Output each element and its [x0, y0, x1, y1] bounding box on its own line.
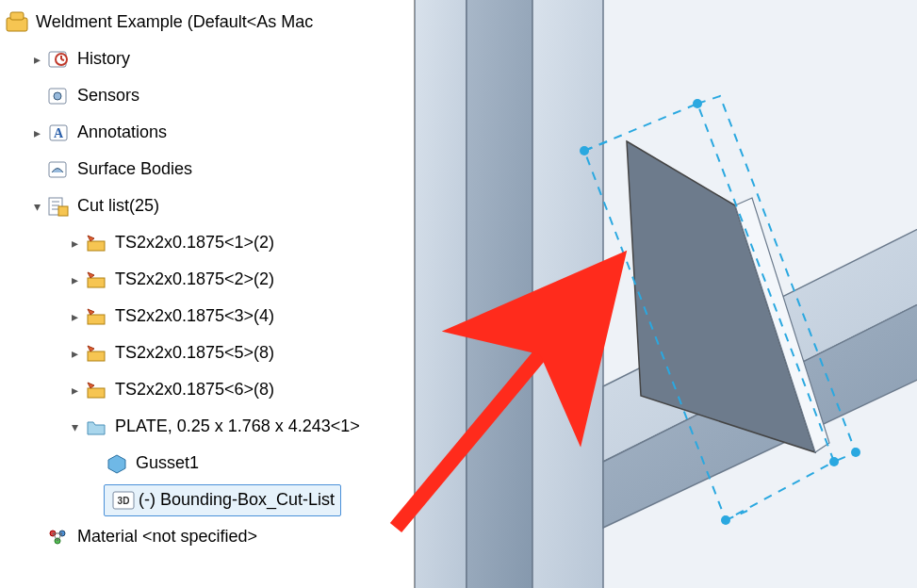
svg-rect-29	[88, 241, 105, 251]
svg-point-11	[721, 515, 730, 525]
svg-rect-33	[88, 388, 105, 398]
expand-icon[interactable]: ▸	[66, 309, 83, 324]
cutlist-item[interactable]: ▸ TS2x2x0.1875<2>(2)	[0, 261, 414, 298]
cutlist-item[interactable]: ▸ TS2x2x0.1875<5>(8)	[0, 335, 414, 371]
svg-rect-31	[88, 315, 105, 324]
surface-bodies-icon	[45, 156, 72, 183]
feature-tree-panel: Weldment Example (Default<As Mac ▸ Histo…	[0, 0, 415, 588]
cut-list-node[interactable]: ▾ Cut list(25)	[0, 188, 414, 224]
item-label: TS2x2x0.1875<3>(4)	[115, 306, 414, 326]
root-label: Weldment Example (Default<As Mac	[36, 12, 414, 32]
gusset-label: Gusset1	[136, 453, 414, 473]
svg-rect-30	[88, 278, 105, 287]
cutlist-item[interactable]: ▸ TS2x2x0.1875<1>(2)	[0, 224, 414, 261]
cutlist-item[interactable]: ▸ TS2x2x0.1875<3>(4)	[0, 298, 414, 335]
svg-line-18	[61, 59, 64, 60]
solid-body-icon	[104, 450, 130, 477]
item-label: TS2x2x0.1875<1>(2)	[115, 233, 414, 253]
material-node[interactable]: Material <not specified>	[0, 518, 414, 555]
svg-point-9	[693, 99, 702, 108]
bbox-label: (-) Bounding-Box_Cut-List	[139, 490, 335, 510]
bounding-box-node[interactable]: 3D (-) Bounding-Box_Cut-List	[0, 482, 414, 518]
plate-label: PLATE, 0.25 x 1.768 x 4.243<1>	[115, 416, 414, 436]
svg-marker-2	[467, 0, 532, 588]
cut-list-icon	[45, 193, 72, 220]
collapse-icon[interactable]: ▾	[66, 419, 83, 434]
history-icon	[45, 46, 72, 73]
svg-point-20	[54, 92, 61, 100]
svg-text:A: A	[54, 126, 64, 140]
expand-icon[interactable]: ▸	[66, 272, 83, 287]
expand-icon[interactable]: ▸	[66, 383, 83, 398]
expand-icon[interactable]: ▸	[66, 236, 83, 251]
weldment-item-icon	[83, 230, 109, 256]
expand-icon[interactable]: ▸	[28, 125, 45, 140]
model-viewport[interactable]	[415, 0, 917, 588]
cut-list-label: Cut list(25)	[77, 196, 414, 216]
sensors-icon	[45, 83, 72, 109]
history-node[interactable]: ▸ History	[0, 41, 414, 77]
item-label: TS2x2x0.1875<6>(8)	[115, 380, 414, 400]
item-label: TS2x2x0.1875<5>(8)	[115, 343, 414, 363]
material-label: Material <not specified>	[77, 527, 414, 547]
svg-rect-32	[88, 351, 105, 361]
surface-bodies-label: Surface Bodies	[77, 159, 414, 179]
annotations-label: Annotations	[77, 122, 414, 142]
svg-point-10	[829, 457, 839, 466]
root-node[interactable]: Weldment Example (Default<As Mac	[0, 4, 414, 41]
expand-icon[interactable]: ▸	[28, 52, 45, 67]
expand-icon[interactable]: ▸	[66, 346, 83, 361]
sketch-3d-icon: 3D	[110, 487, 137, 514]
cutlist-item[interactable]: ▸ TS2x2x0.1875<6>(8)	[0, 371, 414, 408]
svg-text:3D: 3D	[118, 496, 130, 506]
weldment-item-icon	[83, 377, 109, 403]
annotations-node[interactable]: ▸ A Annotations	[0, 114, 414, 151]
annotations-icon: A	[45, 120, 72, 146]
collapse-icon[interactable]: ▾	[28, 199, 45, 214]
material-icon	[45, 524, 72, 550]
gusset-node[interactable]: Gusset1	[0, 445, 414, 482]
surface-bodies-node[interactable]: Surface Bodies	[0, 151, 414, 188]
svg-marker-1	[415, 0, 467, 588]
history-label: History	[77, 49, 414, 69]
weldment-icon	[4, 9, 30, 36]
folder-icon	[83, 414, 109, 440]
svg-marker-3	[532, 0, 603, 588]
sensors-node[interactable]: Sensors	[0, 77, 414, 114]
svg-point-12	[851, 448, 860, 457]
svg-point-8	[580, 146, 589, 155]
svg-marker-34	[108, 455, 125, 473]
item-label: TS2x2x0.1875<2>(2)	[115, 270, 414, 289]
weldment-item-icon	[83, 303, 109, 330]
svg-rect-28	[58, 206, 68, 216]
svg-rect-14	[10, 12, 24, 20]
plate-node[interactable]: ▾ PLATE, 0.25 x 1.768 x 4.243<1>	[0, 408, 414, 445]
weldment-item-icon	[83, 267, 109, 293]
weldment-item-icon	[83, 340, 109, 367]
sensors-label: Sensors	[77, 86, 414, 106]
